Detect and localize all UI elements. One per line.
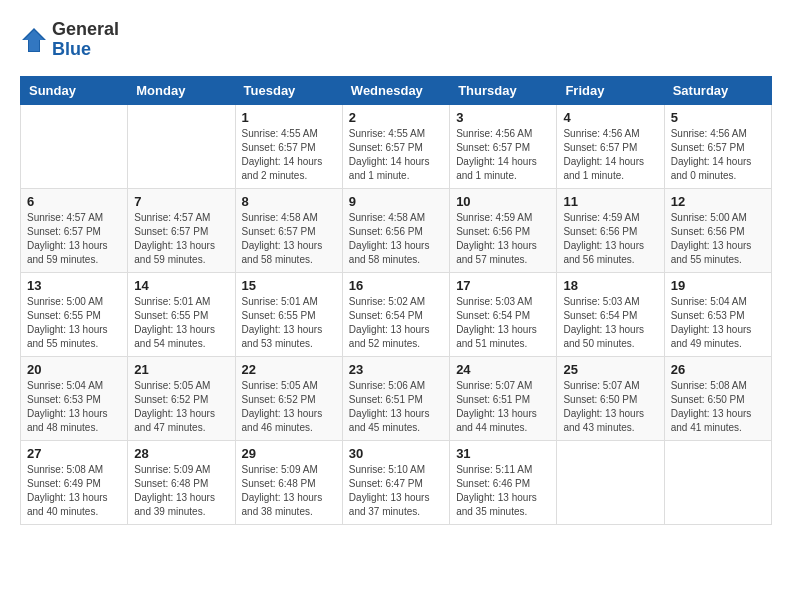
- day-number: 1: [242, 110, 336, 125]
- weekday-header-thursday: Thursday: [450, 76, 557, 104]
- calendar-week-5: 27Sunrise: 5:08 AMSunset: 6:49 PMDayligh…: [21, 440, 772, 524]
- calendar-header-row: SundayMondayTuesdayWednesdayThursdayFrid…: [21, 76, 772, 104]
- day-info: Sunrise: 5:09 AMSunset: 6:48 PMDaylight:…: [242, 463, 336, 519]
- empty-cell: [664, 440, 771, 524]
- calendar-table: SundayMondayTuesdayWednesdayThursdayFrid…: [20, 76, 772, 525]
- day-info: Sunrise: 5:07 AMSunset: 6:50 PMDaylight:…: [563, 379, 657, 435]
- day-number: 18: [563, 278, 657, 293]
- day-number: 22: [242, 362, 336, 377]
- day-number: 15: [242, 278, 336, 293]
- weekday-header-monday: Monday: [128, 76, 235, 104]
- day-number: 29: [242, 446, 336, 461]
- calendar-day-20: 20Sunrise: 5:04 AMSunset: 6:53 PMDayligh…: [21, 356, 128, 440]
- day-info: Sunrise: 5:01 AMSunset: 6:55 PMDaylight:…: [134, 295, 228, 351]
- day-number: 11: [563, 194, 657, 209]
- day-info: Sunrise: 5:02 AMSunset: 6:54 PMDaylight:…: [349, 295, 443, 351]
- calendar-day-29: 29Sunrise: 5:09 AMSunset: 6:48 PMDayligh…: [235, 440, 342, 524]
- day-info: Sunrise: 5:01 AMSunset: 6:55 PMDaylight:…: [242, 295, 336, 351]
- day-number: 27: [27, 446, 121, 461]
- day-info: Sunrise: 4:55 AMSunset: 6:57 PMDaylight:…: [242, 127, 336, 183]
- calendar-day-17: 17Sunrise: 5:03 AMSunset: 6:54 PMDayligh…: [450, 272, 557, 356]
- day-info: Sunrise: 4:58 AMSunset: 6:56 PMDaylight:…: [349, 211, 443, 267]
- weekday-header-sunday: Sunday: [21, 76, 128, 104]
- day-info: Sunrise: 4:56 AMSunset: 6:57 PMDaylight:…: [456, 127, 550, 183]
- day-number: 30: [349, 446, 443, 461]
- calendar-day-8: 8Sunrise: 4:58 AMSunset: 6:57 PMDaylight…: [235, 188, 342, 272]
- calendar-day-14: 14Sunrise: 5:01 AMSunset: 6:55 PMDayligh…: [128, 272, 235, 356]
- day-number: 5: [671, 110, 765, 125]
- day-number: 16: [349, 278, 443, 293]
- day-info: Sunrise: 5:09 AMSunset: 6:48 PMDaylight:…: [134, 463, 228, 519]
- day-number: 7: [134, 194, 228, 209]
- logo-blue: Blue: [52, 40, 119, 60]
- day-number: 8: [242, 194, 336, 209]
- calendar-day-18: 18Sunrise: 5:03 AMSunset: 6:54 PMDayligh…: [557, 272, 664, 356]
- day-info: Sunrise: 5:05 AMSunset: 6:52 PMDaylight:…: [242, 379, 336, 435]
- day-info: Sunrise: 5:06 AMSunset: 6:51 PMDaylight:…: [349, 379, 443, 435]
- day-number: 24: [456, 362, 550, 377]
- calendar-day-28: 28Sunrise: 5:09 AMSunset: 6:48 PMDayligh…: [128, 440, 235, 524]
- day-number: 31: [456, 446, 550, 461]
- day-number: 17: [456, 278, 550, 293]
- calendar-day-21: 21Sunrise: 5:05 AMSunset: 6:52 PMDayligh…: [128, 356, 235, 440]
- calendar-day-24: 24Sunrise: 5:07 AMSunset: 6:51 PMDayligh…: [450, 356, 557, 440]
- calendar-day-9: 9Sunrise: 4:58 AMSunset: 6:56 PMDaylight…: [342, 188, 449, 272]
- day-number: 14: [134, 278, 228, 293]
- calendar-day-3: 3Sunrise: 4:56 AMSunset: 6:57 PMDaylight…: [450, 104, 557, 188]
- calendar-day-26: 26Sunrise: 5:08 AMSunset: 6:50 PMDayligh…: [664, 356, 771, 440]
- day-number: 28: [134, 446, 228, 461]
- day-info: Sunrise: 4:59 AMSunset: 6:56 PMDaylight:…: [563, 211, 657, 267]
- day-info: Sunrise: 5:03 AMSunset: 6:54 PMDaylight:…: [456, 295, 550, 351]
- day-number: 25: [563, 362, 657, 377]
- calendar-day-25: 25Sunrise: 5:07 AMSunset: 6:50 PMDayligh…: [557, 356, 664, 440]
- day-number: 4: [563, 110, 657, 125]
- empty-cell: [21, 104, 128, 188]
- calendar-week-3: 13Sunrise: 5:00 AMSunset: 6:55 PMDayligh…: [21, 272, 772, 356]
- day-info: Sunrise: 4:57 AMSunset: 6:57 PMDaylight:…: [27, 211, 121, 267]
- calendar-day-10: 10Sunrise: 4:59 AMSunset: 6:56 PMDayligh…: [450, 188, 557, 272]
- day-number: 10: [456, 194, 550, 209]
- day-info: Sunrise: 5:08 AMSunset: 6:49 PMDaylight:…: [27, 463, 121, 519]
- day-info: Sunrise: 5:03 AMSunset: 6:54 PMDaylight:…: [563, 295, 657, 351]
- day-info: Sunrise: 5:04 AMSunset: 6:53 PMDaylight:…: [671, 295, 765, 351]
- day-info: Sunrise: 5:07 AMSunset: 6:51 PMDaylight:…: [456, 379, 550, 435]
- svg-marker-1: [24, 30, 44, 51]
- day-number: 19: [671, 278, 765, 293]
- empty-cell: [128, 104, 235, 188]
- day-info: Sunrise: 5:00 AMSunset: 6:55 PMDaylight:…: [27, 295, 121, 351]
- day-number: 23: [349, 362, 443, 377]
- day-info: Sunrise: 5:11 AMSunset: 6:46 PMDaylight:…: [456, 463, 550, 519]
- day-info: Sunrise: 5:04 AMSunset: 6:53 PMDaylight:…: [27, 379, 121, 435]
- calendar-day-13: 13Sunrise: 5:00 AMSunset: 6:55 PMDayligh…: [21, 272, 128, 356]
- calendar-week-1: 1Sunrise: 4:55 AMSunset: 6:57 PMDaylight…: [21, 104, 772, 188]
- calendar-day-1: 1Sunrise: 4:55 AMSunset: 6:57 PMDaylight…: [235, 104, 342, 188]
- calendar-day-5: 5Sunrise: 4:56 AMSunset: 6:57 PMDaylight…: [664, 104, 771, 188]
- calendar-day-31: 31Sunrise: 5:11 AMSunset: 6:46 PMDayligh…: [450, 440, 557, 524]
- day-number: 3: [456, 110, 550, 125]
- weekday-header-wednesday: Wednesday: [342, 76, 449, 104]
- calendar-day-30: 30Sunrise: 5:10 AMSunset: 6:47 PMDayligh…: [342, 440, 449, 524]
- day-number: 12: [671, 194, 765, 209]
- day-info: Sunrise: 5:00 AMSunset: 6:56 PMDaylight:…: [671, 211, 765, 267]
- calendar-day-11: 11Sunrise: 4:59 AMSunset: 6:56 PMDayligh…: [557, 188, 664, 272]
- logo-text: General Blue: [52, 20, 119, 60]
- day-number: 21: [134, 362, 228, 377]
- calendar-day-12: 12Sunrise: 5:00 AMSunset: 6:56 PMDayligh…: [664, 188, 771, 272]
- day-info: Sunrise: 4:57 AMSunset: 6:57 PMDaylight:…: [134, 211, 228, 267]
- day-number: 6: [27, 194, 121, 209]
- calendar-day-27: 27Sunrise: 5:08 AMSunset: 6:49 PMDayligh…: [21, 440, 128, 524]
- calendar-day-19: 19Sunrise: 5:04 AMSunset: 6:53 PMDayligh…: [664, 272, 771, 356]
- calendar-day-23: 23Sunrise: 5:06 AMSunset: 6:51 PMDayligh…: [342, 356, 449, 440]
- day-number: 26: [671, 362, 765, 377]
- day-info: Sunrise: 5:10 AMSunset: 6:47 PMDaylight:…: [349, 463, 443, 519]
- calendar-day-4: 4Sunrise: 4:56 AMSunset: 6:57 PMDaylight…: [557, 104, 664, 188]
- day-info: Sunrise: 4:58 AMSunset: 6:57 PMDaylight:…: [242, 211, 336, 267]
- day-info: Sunrise: 4:59 AMSunset: 6:56 PMDaylight:…: [456, 211, 550, 267]
- day-info: Sunrise: 4:56 AMSunset: 6:57 PMDaylight:…: [563, 127, 657, 183]
- calendar-day-22: 22Sunrise: 5:05 AMSunset: 6:52 PMDayligh…: [235, 356, 342, 440]
- weekday-header-friday: Friday: [557, 76, 664, 104]
- logo-icon: [20, 26, 48, 54]
- calendar-week-2: 6Sunrise: 4:57 AMSunset: 6:57 PMDaylight…: [21, 188, 772, 272]
- calendar-day-6: 6Sunrise: 4:57 AMSunset: 6:57 PMDaylight…: [21, 188, 128, 272]
- calendar-week-4: 20Sunrise: 5:04 AMSunset: 6:53 PMDayligh…: [21, 356, 772, 440]
